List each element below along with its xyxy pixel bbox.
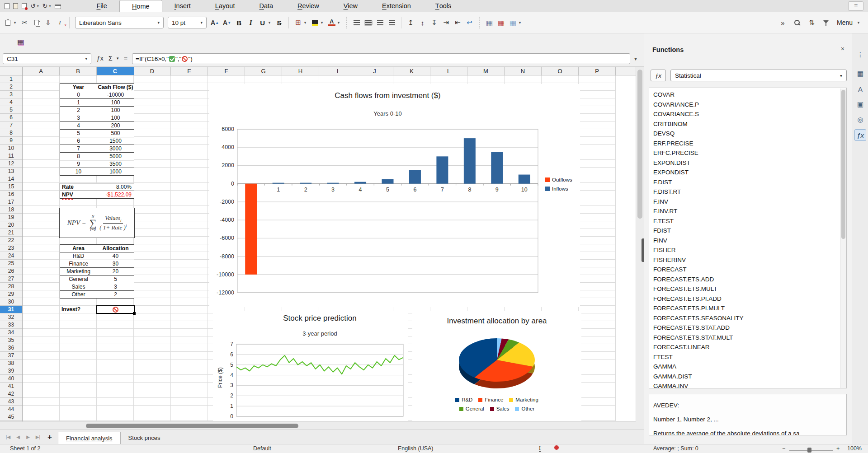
function-list-item[interactable]: FORECAST.ETS.MULT bbox=[653, 284, 838, 294]
function-list-item[interactable]: COVARIANCE.P bbox=[653, 100, 838, 110]
underline-icon[interactable]: U bbox=[259, 19, 266, 27]
table-cell[interactable]: Sales bbox=[60, 283, 97, 291]
row-header-10[interactable]: 10 bbox=[0, 145, 22, 152]
table-cell[interactable]: -$1,522.09 bbox=[97, 191, 134, 199]
copy-icon[interactable] bbox=[33, 20, 40, 25]
zoom-slider-thumb[interactable] bbox=[807, 448, 811, 453]
function-list-item[interactable]: F.DIST bbox=[653, 177, 838, 187]
function-wizard-button[interactable]: ƒx bbox=[651, 70, 666, 81]
column-header-C[interactable]: C bbox=[97, 67, 134, 75]
name-box[interactable]: C31 ▾ bbox=[3, 53, 91, 64]
increase-indent-icon[interactable]: ⇥ bbox=[442, 19, 450, 27]
align-bottom-icon[interactable]: ↧ bbox=[430, 19, 438, 27]
sidebar-settings-icon[interactable]: ⋮ bbox=[854, 49, 866, 61]
row-header-24[interactable]: 24 bbox=[0, 252, 22, 260]
merge-cells-icon[interactable]: ▦ bbox=[486, 19, 493, 27]
row-header-25[interactable]: 25 bbox=[0, 260, 22, 267]
table-cell[interactable]: 5000 bbox=[97, 153, 134, 160]
new-document-icon[interactable] bbox=[5, 3, 9, 9]
column-header-P[interactable]: P bbox=[579, 67, 616, 75]
table-cell[interactable]: -10000 bbox=[97, 91, 134, 99]
row-header-9[interactable]: 9 bbox=[0, 137, 22, 145]
row-header-31[interactable]: 31 bbox=[0, 306, 22, 313]
row-header-21[interactable]: 21 bbox=[0, 229, 22, 237]
table-cell[interactable]: 9 bbox=[60, 160, 97, 168]
table-cell[interactable]: 3500 bbox=[97, 160, 134, 168]
row-header-26[interactable]: 26 bbox=[0, 267, 22, 275]
merge-dropdown-icon[interactable]: ▾ bbox=[518, 20, 522, 25]
print-icon[interactable] bbox=[55, 3, 61, 9]
borders-icon[interactable]: ⊞ bbox=[294, 19, 302, 27]
table-cell[interactable]: 500 bbox=[97, 130, 134, 137]
row-header-17[interactable]: 17 bbox=[0, 198, 22, 206]
table-cell[interactable]: Other bbox=[60, 291, 97, 299]
function-list-item[interactable]: FISHER bbox=[653, 245, 838, 255]
row-header-43[interactable]: 43 bbox=[0, 398, 22, 406]
styles-deck-icon[interactable]: A bbox=[854, 83, 866, 95]
category-dropdown[interactable]: Statistical ▾ bbox=[670, 70, 847, 81]
table-cell[interactable]: 40 bbox=[97, 252, 134, 260]
function-list[interactable]: COVARCOVARIANCE.PCOVARIANCE.SCRITBINOMDE… bbox=[649, 88, 847, 388]
row-header-22[interactable]: 22 bbox=[0, 237, 22, 244]
paste-dropdown-icon[interactable]: ▾ bbox=[13, 20, 17, 25]
horizontal-scrollbar[interactable] bbox=[0, 421, 636, 430]
function-list-item[interactable]: F.DIST.RT bbox=[653, 187, 838, 197]
row-header-7[interactable]: 7 bbox=[0, 121, 22, 129]
function-list-item[interactable]: FORECAST.ETS.ADD bbox=[653, 275, 838, 285]
last-sheet-icon[interactable]: ▶| bbox=[34, 434, 42, 439]
font-name-combobox[interactable]: Liberation Sans▾ bbox=[75, 17, 164, 28]
menu-tab-home[interactable]: Home bbox=[119, 0, 162, 12]
column-header-A[interactable]: A bbox=[23, 67, 60, 75]
function-list-item[interactable]: FISHERINV bbox=[653, 255, 838, 265]
wrap-text-icon[interactable]: ↩ bbox=[466, 19, 473, 27]
page-style[interactable]: Default bbox=[253, 445, 271, 452]
decrease-indent-icon[interactable]: ⇤ bbox=[454, 19, 462, 27]
expand-formula-bar-icon[interactable]: ▼ bbox=[633, 56, 638, 61]
open-document-icon[interactable] bbox=[13, 3, 18, 9]
close-icon[interactable]: × bbox=[841, 45, 844, 52]
table-cell[interactable]: Area bbox=[60, 245, 97, 252]
row-header-40[interactable]: 40 bbox=[0, 375, 22, 383]
hamburger-menu-button[interactable]: ≡ bbox=[848, 1, 863, 11]
borders-dropdown-icon[interactable]: ▾ bbox=[303, 20, 307, 25]
cut-icon[interactable]: ✂ bbox=[21, 19, 28, 27]
function-list-item[interactable]: GAMMA.INV bbox=[653, 381, 838, 388]
row-header-18[interactable]: 18 bbox=[0, 206, 22, 214]
find-replace-icon[interactable] bbox=[793, 19, 801, 26]
column-header-F[interactable]: F bbox=[208, 67, 245, 75]
row-header-41[interactable]: 41 bbox=[0, 383, 22, 390]
table-cell[interactable]: 2 bbox=[60, 107, 97, 114]
table-cell[interactable]: 8.00% bbox=[97, 183, 134, 191]
center-vertically-icon[interactable]: ↨ bbox=[419, 19, 426, 27]
font-color-dropdown-icon[interactable]: ▾ bbox=[337, 20, 340, 25]
column-header-M[interactable]: M bbox=[467, 67, 505, 75]
bold-icon[interactable]: B bbox=[235, 19, 243, 27]
function-list-item[interactable]: FORECAST.ETS.STAT.ADD bbox=[653, 323, 838, 333]
row-header-19[interactable]: 19 bbox=[0, 214, 22, 221]
table-cell[interactable]: 7 bbox=[60, 145, 97, 153]
row-header-28[interactable]: 28 bbox=[0, 283, 22, 290]
function-list-item[interactable]: F.INV.RT bbox=[653, 206, 838, 216]
align-right-icon[interactable] bbox=[376, 20, 384, 25]
menu-tab-layout[interactable]: Layout bbox=[203, 0, 247, 12]
menu-button[interactable]: Menu bbox=[837, 19, 853, 26]
zoom-in-icon[interactable]: + bbox=[836, 445, 840, 452]
table-cell[interactable]: 1 bbox=[60, 99, 97, 107]
row-header-4[interactable]: 4 bbox=[0, 98, 22, 106]
row-header-33[interactable]: 33 bbox=[0, 321, 22, 329]
document-modified-icon[interactable] bbox=[554, 445, 559, 450]
insert-mode-icon[interactable]: I bbox=[539, 445, 541, 452]
formula-input[interactable]: =IF(C16>0,"","") bbox=[132, 53, 630, 64]
menu-tab-tools[interactable]: Tools bbox=[423, 0, 463, 12]
function-list-item[interactable]: F.TEST bbox=[653, 216, 838, 226]
table-cell[interactable]: 3000 bbox=[97, 145, 134, 153]
column-header-B[interactable]: B bbox=[60, 67, 97, 75]
menu-tab-extension[interactable]: Extension bbox=[370, 0, 423, 12]
row-header-12[interactable]: 12 bbox=[0, 160, 22, 168]
row-header-39[interactable]: 39 bbox=[0, 367, 22, 375]
function-list-item[interactable]: FORECAST bbox=[653, 265, 838, 275]
invest-label[interactable]: Invest? bbox=[61, 306, 80, 313]
table-cell[interactable]: 100 bbox=[97, 99, 134, 107]
function-list-item[interactable]: FORECAST.ETS.STAT.MULT bbox=[653, 333, 838, 343]
toolbar-overflow-icon[interactable]: » bbox=[779, 19, 787, 27]
